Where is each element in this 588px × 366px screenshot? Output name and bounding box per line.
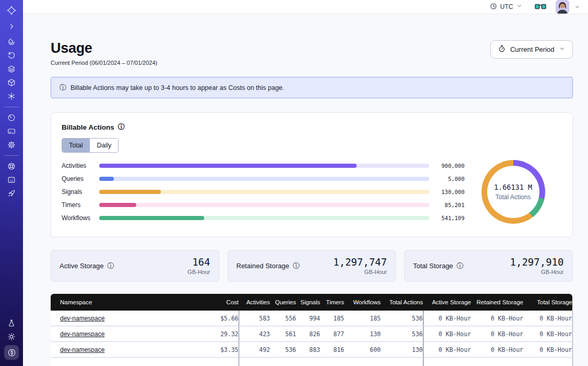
- col-total-actions: Total Actions: [381, 294, 423, 311]
- col-timers: Timers: [320, 294, 344, 311]
- bar-value: 85,201: [436, 202, 465, 208]
- col-active-storage: Active Storage: [423, 294, 471, 311]
- storage-cards: Active Storage ⓘ 164 GB-Hour Retained St…: [51, 250, 573, 282]
- table-row: dev-namespace $5.66 583 556 994 185 185 …: [51, 311, 572, 326]
- info-banner: ⓘ Billable Actions may take up to 3-4 ho…: [51, 77, 573, 98]
- usage-page: Usage Current Period (06/01/2024 – 07/01…: [23, 14, 588, 366]
- total-actions-value: 1.66131 M: [494, 183, 532, 191]
- retained-storage-label: Retained Storage: [237, 262, 289, 270]
- namespace-usage-table: Namespace Cost Activities Queries Signal…: [51, 294, 573, 366]
- clock-icon: [490, 3, 497, 12]
- total-storage-cell: 0 KB-Hour: [523, 326, 572, 342]
- theme-sun-icon[interactable]: [7, 332, 16, 341]
- bar-fill: [99, 203, 136, 207]
- namespace-link[interactable]: dev-namespace: [60, 330, 104, 338]
- temporal-logo-icon[interactable]: [7, 6, 16, 15]
- total-actions-label: Total Actions: [496, 193, 531, 201]
- table-header: Namespace Cost Activities Queries Signal…: [51, 294, 572, 311]
- bar-row-queries: Queries 5,000: [62, 176, 465, 182]
- collapse-chevron-icon[interactable]: [7, 21, 16, 31]
- bar-value: 541,109: [436, 215, 465, 221]
- bar-track: [99, 177, 429, 181]
- retained-storage-card: Retained Storage ⓘ 1,297,747 GB-Hour: [228, 250, 396, 282]
- chevron-down-icon: [516, 3, 522, 10]
- retained-storage-cell: 0 KB-Hour: [471, 342, 523, 358]
- feedback-terminal-icon[interactable]: [7, 175, 16, 185]
- total-storage-label: Total Storage: [413, 262, 453, 270]
- retained-storage-value: 1,297,747: [333, 257, 387, 268]
- credits-button[interactable]: [4, 345, 19, 360]
- current-period-dropdown[interactable]: Current Period: [490, 40, 573, 59]
- getting-started-rocket-icon[interactable]: [7, 189, 16, 198]
- donut-box: 1.66131 M Total Actions: [465, 160, 562, 224]
- bar-track: [99, 190, 429, 194]
- col-total-storage: Total Storage: [523, 294, 572, 311]
- info-icon[interactable]: ⓘ: [118, 122, 125, 132]
- bar-fill: [99, 216, 204, 220]
- namespaces-icon[interactable]: [7, 37, 16, 47]
- active-storage-label: Active Storage: [60, 262, 104, 270]
- billable-actions-title: Billable Actions: [62, 123, 114, 131]
- signals-cell: 994: [296, 311, 320, 326]
- total-storage-card: Total Storage ⓘ 1,297,910 GB-Hour: [404, 250, 573, 282]
- bar-value: 130,000: [436, 189, 465, 195]
- deployments-cube-icon[interactable]: [7, 78, 16, 87]
- timezone-label: UTC: [500, 3, 513, 10]
- timezone-selector[interactable]: UTC: [487, 1, 525, 14]
- storage-unit: GB-Hour: [187, 269, 210, 275]
- support-lifebuoy-icon[interactable]: [7, 162, 16, 171]
- app-window: UTC: [0, 0, 588, 366]
- queries-cell: 561: [270, 326, 296, 342]
- storage-unit: GB-Hour: [333, 269, 387, 275]
- activities-cell: 423: [239, 326, 270, 342]
- total-actions-donut: 1.66131 M Total Actions: [481, 160, 545, 224]
- bar-value: 5,000: [436, 176, 465, 182]
- billable-actions-tabs: Total Daily: [62, 138, 119, 153]
- cost-cell: 29.32: [207, 326, 239, 342]
- info-icon[interactable]: ⓘ: [293, 261, 300, 271]
- history-icon[interactable]: [7, 51, 16, 60]
- signals-cell: 883: [296, 342, 320, 358]
- glasses-icon[interactable]: [535, 3, 546, 10]
- namespace-link[interactable]: dev-namespace: [60, 346, 104, 353]
- bar-track: [99, 216, 429, 220]
- tab-daily[interactable]: Daily: [89, 139, 118, 152]
- info-icon[interactable]: ⓘ: [457, 261, 464, 271]
- account-menu-chevron-icon[interactable]: [574, 4, 580, 10]
- table-row: dev-namespace 29.32 423 561 826 877 130 …: [51, 326, 572, 342]
- bar-fill: [99, 177, 114, 181]
- stopwatch-icon: [498, 45, 505, 54]
- storage-unit: GB-Hour: [510, 269, 564, 275]
- page-title: Usage: [51, 40, 157, 56]
- table-row: dev-namespace $3.35 492 536 883 816 600 …: [51, 342, 572, 358]
- usage-gauge-icon[interactable]: [7, 113, 16, 122]
- timers-cell: 816: [320, 342, 344, 358]
- billable-actions-card: Billable Actions ⓘ Total Daily Activitie…: [51, 112, 573, 237]
- sidebar-divider: [4, 107, 19, 107]
- billable-actions-bar-chart: Activities 900,000 Queries 5,000 Signals: [62, 163, 465, 221]
- queries-cell: 536: [270, 342, 296, 358]
- total-actions-cell: 536: [381, 326, 423, 342]
- bar-label: Queries: [62, 175, 99, 182]
- tab-total[interactable]: Total: [62, 139, 89, 152]
- billing-card-icon[interactable]: [7, 127, 16, 136]
- bar-label: Timers: [62, 201, 99, 209]
- info-banner-text: Billable Actions may take up to 3-4 hour…: [70, 84, 284, 92]
- bar-label: Activities: [62, 162, 99, 169]
- layers-icon[interactable]: [7, 64, 16, 74]
- avatar[interactable]: [556, 0, 569, 14]
- active-storage-card: Active Storage ⓘ 164 GB-Hour: [51, 250, 219, 282]
- total-storage-cell: 0 KB-Hour: [523, 311, 572, 326]
- lab-flask-icon[interactable]: [7, 318, 16, 328]
- nexus-asterisk-icon[interactable]: [7, 92, 16, 101]
- topbar: UTC: [23, 0, 588, 14]
- col-namespace: Namespace: [51, 294, 207, 311]
- timers-cell: 877: [320, 326, 344, 342]
- namespace-link[interactable]: dev-namespace: [60, 315, 104, 322]
- info-icon[interactable]: ⓘ: [108, 261, 114, 271]
- bar-value: 900,000: [436, 163, 465, 169]
- settings-gear-icon[interactable]: [7, 140, 16, 150]
- bar-row-workflows: Workflows 541,109: [62, 215, 465, 221]
- bar-track: [99, 164, 429, 168]
- workflows-cell: 185: [344, 311, 381, 326]
